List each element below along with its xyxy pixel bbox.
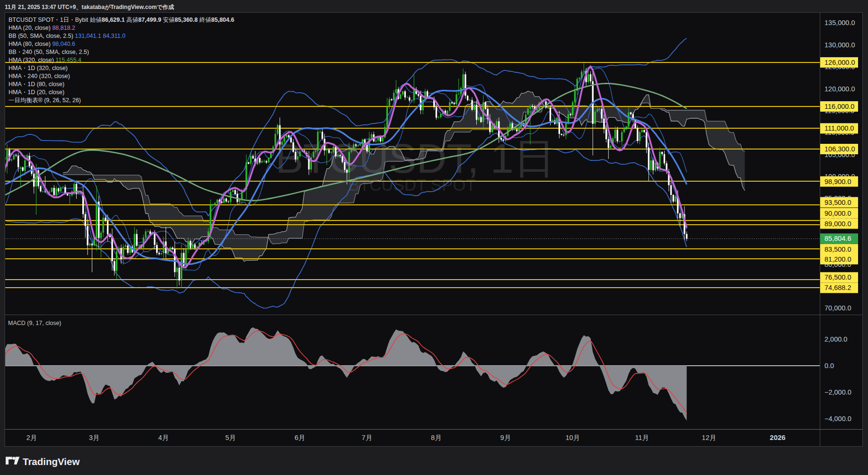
svg-text:0.0: 0.0: [824, 362, 834, 369]
svg-text:HMA・240 (320, close): HMA・240 (320, close): [9, 73, 70, 79]
svg-text:81,200.0: 81,200.0: [824, 255, 851, 263]
svg-text:90,000.0: 90,000.0: [824, 210, 851, 217]
svg-text:11月: 11月: [635, 434, 649, 441]
svg-text:120,000.0: 120,000.0: [824, 85, 855, 93]
svg-text:89,000.0: 89,000.0: [824, 220, 851, 228]
svg-text:2,000.0: 2,000.0: [824, 335, 847, 343]
svg-text:HMA・1D (320, close): HMA・1D (320, close): [9, 65, 68, 71]
svg-text:93,500.0: 93,500.0: [824, 199, 851, 206]
svg-text:116,000.0: 116,000.0: [824, 103, 854, 110]
svg-text:76,500.0: 76,500.0: [824, 273, 851, 281]
svg-text:3月: 3月: [89, 434, 100, 441]
svg-text:BTCUSDT SPOT・1日・Bybit 始値86,62: BTCUSDT SPOT・1日・Bybit 始値86,629.1 高値87,49…: [9, 17, 234, 23]
svg-text:5月: 5月: [225, 434, 236, 441]
svg-text:4月: 4月: [158, 434, 169, 441]
svg-text:12月: 12月: [702, 434, 717, 441]
svg-text:一目均衡表® (9, 26, 52, 26): 一目均衡表® (9, 26, 52, 26): [9, 97, 81, 104]
svg-text:TradingView: TradingView: [23, 456, 79, 467]
svg-text:85,804.6: 85,804.6: [824, 235, 851, 242]
svg-text:98,900.0: 98,900.0: [824, 178, 851, 185]
svg-text:70,000.0: 70,000.0: [824, 304, 851, 312]
svg-text:126,000.0: 126,000.0: [824, 59, 855, 66]
svg-text:HMA (80, close) 98,040.6: HMA (80, close) 98,040.6: [9, 41, 75, 47]
svg-text:11月 21, 2025 13:47 UTC+9、takat: 11月 21, 2025 13:47 UTC+9、takatabaがTradin…: [5, 4, 175, 10]
svg-text:8月: 8月: [431, 434, 442, 441]
svg-text:135,000.0: 135,000.0: [824, 19, 855, 26]
svg-text:111,000.0: 111,000.0: [824, 124, 854, 132]
svg-text:MACD (9, 17, close): MACD (9, 17, close): [8, 320, 61, 326]
svg-text:7月: 7月: [362, 434, 373, 441]
svg-text:74,688.2: 74,688.2: [824, 284, 851, 291]
svg-text:HMA・1D (80, close): HMA・1D (80, close): [9, 81, 64, 88]
svg-text:BB (50, SMA, close, 2.5) 131,: BB (50, SMA, close, 2.5) 131,041.1 84,31…: [9, 33, 125, 39]
svg-text:HMA・1D (20, close): HMA・1D (20, close): [9, 89, 64, 96]
svg-text:−2,000.0: −2,000.0: [824, 388, 851, 396]
svg-text:106,300.0: 106,300.0: [824, 145, 855, 153]
svg-text:83,500.0: 83,500.0: [824, 246, 851, 253]
svg-text:2026: 2026: [770, 433, 785, 441]
svg-text:BB・240 (50, SMA, close, 2.5): BB・240 (50, SMA, close, 2.5): [9, 49, 89, 55]
svg-text:9月: 9月: [500, 434, 511, 441]
svg-text:6月: 6月: [295, 434, 306, 441]
svg-text:2月: 2月: [26, 434, 37, 441]
svg-text:130,000.0: 130,000.0: [824, 41, 855, 49]
svg-text:HMA (320, close) 115,455.4: HMA (320, close) 115,455.4: [9, 57, 81, 63]
svg-text:10月: 10月: [565, 434, 580, 441]
svg-text:HMA (20, close) 88,818.2: HMA (20, close) 88,818.2: [9, 25, 75, 31]
svg-text:−4,000.0: −4,000.0: [824, 415, 851, 422]
